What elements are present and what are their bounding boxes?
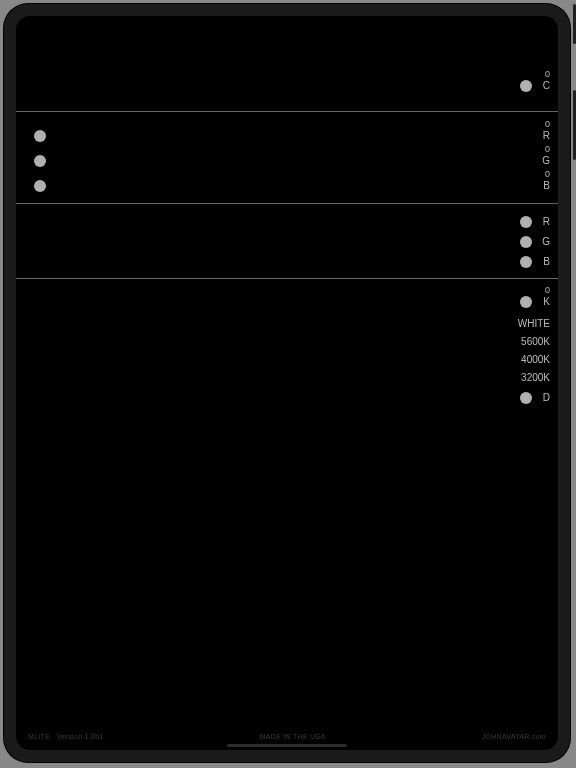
tablet-frame: 0 C 0 R 0 G 0 B R G B	[4, 4, 570, 762]
divider	[16, 278, 558, 279]
footer-version: Version 1.0b1	[57, 733, 104, 740]
screen: 0 C 0 R 0 G 0 B R G B	[16, 16, 558, 750]
footer-center: MADE IN THE USA	[260, 733, 326, 740]
r-toggle-label: R	[543, 217, 550, 227]
k-slider-label: K	[543, 297, 550, 307]
k-slider-value: 0	[545, 286, 550, 295]
r-slider-left-knob[interactable]	[34, 130, 46, 142]
r-slider-value: 0	[545, 120, 550, 129]
g-slider-value: 0	[545, 145, 550, 154]
b-slider-label: B	[543, 181, 550, 191]
g-toggle-knob[interactable]	[520, 236, 532, 248]
divider	[16, 111, 558, 112]
preset-5600k[interactable]: 5600K	[521, 336, 550, 347]
g-slider-left-knob[interactable]	[34, 155, 46, 167]
b-slider-left-knob[interactable]	[34, 180, 46, 192]
app-content: 0 C 0 R 0 G 0 B R G B	[16, 16, 558, 750]
c-slider-label: C	[543, 81, 550, 91]
preset-white[interactable]: WHITE	[518, 318, 550, 329]
r-toggle-knob[interactable]	[520, 216, 532, 228]
preset-4000k[interactable]: 4000K	[521, 354, 550, 365]
b-toggle-knob[interactable]	[520, 256, 532, 268]
footer-right[interactable]: JOHNAVATAR.com	[482, 733, 546, 740]
g-slider-label: G	[542, 156, 550, 166]
d-toggle-knob[interactable]	[520, 392, 532, 404]
r-slider-label: R	[543, 131, 550, 141]
footer-left: MLITE Version 1.0b1	[28, 733, 104, 740]
preset-3200k[interactable]: 3200K	[521, 372, 550, 383]
home-indicator[interactable]	[227, 744, 347, 747]
b-toggle-label: B	[543, 257, 550, 267]
divider	[16, 203, 558, 204]
d-toggle-label: D	[543, 393, 550, 403]
k-slider-knob[interactable]	[520, 296, 532, 308]
b-slider-value: 0	[545, 170, 550, 179]
g-toggle-label: G	[542, 237, 550, 247]
footer: MLITE Version 1.0b1 MADE IN THE USA JOHN…	[28, 733, 546, 740]
c-slider-value: 0	[545, 70, 550, 79]
footer-app-name: MLITE	[28, 733, 50, 740]
c-slider-knob[interactable]	[520, 80, 532, 92]
